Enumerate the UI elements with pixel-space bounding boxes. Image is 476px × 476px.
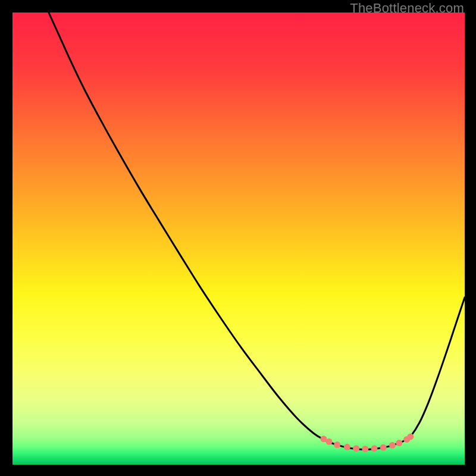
marker-point xyxy=(380,444,387,451)
marker-point xyxy=(334,441,340,448)
watermark-text: TheBottleneck.com xyxy=(350,1,464,16)
marker-point xyxy=(407,433,414,440)
marker-point xyxy=(371,445,378,452)
marker-point xyxy=(344,444,350,450)
marker-point xyxy=(389,442,396,449)
plot-svg xyxy=(12,12,465,465)
marker-point xyxy=(396,440,402,446)
chart-frame xyxy=(12,12,465,465)
marker-point xyxy=(326,439,333,445)
marker-point xyxy=(362,446,368,452)
marker-point xyxy=(353,445,359,452)
